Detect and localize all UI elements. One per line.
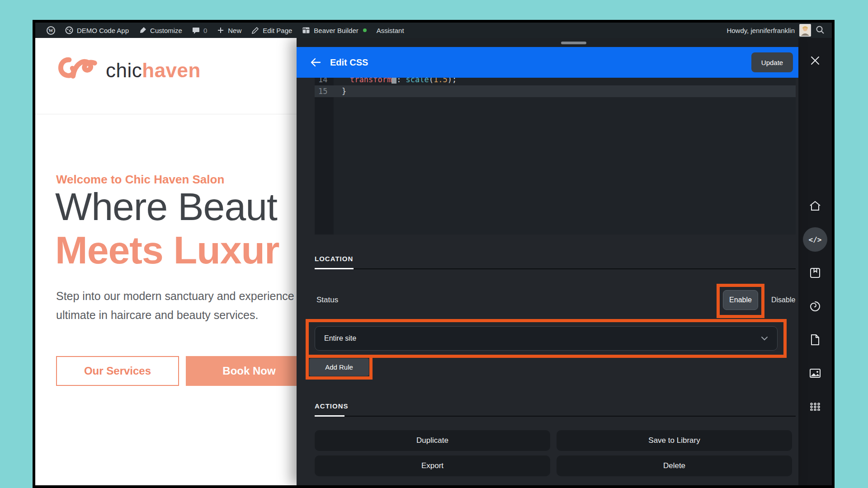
status-disable-button[interactable]: Disable <box>771 296 795 304</box>
wp-admin-bar: W DEMO Code App Customize 0 <box>35 23 832 38</box>
apps-grid-dots-icon[interactable] <box>806 398 824 416</box>
site-name-label: DEMO Code App <box>77 27 129 34</box>
beaver-builder-label: Beaver Builder <box>314 27 358 34</box>
media-image-icon[interactable] <box>806 364 824 382</box>
actions-underline <box>315 415 344 417</box>
chichaven-logo-glyph-icon <box>56 53 99 88</box>
desktop-background: W DEMO Code App Customize 0 <box>0 0 868 488</box>
edit-page-menu[interactable]: Edit Page <box>246 23 297 38</box>
chevron-down-icon <box>761 334 768 343</box>
browser-window: W DEMO Code App Customize 0 <box>33 20 835 488</box>
connections-swirl-icon[interactable] <box>806 297 824 315</box>
css-code-editor[interactable]: 14 transform: scale(1.5); 15 } <box>315 78 796 235</box>
location-heading: LOCATION <box>315 255 353 263</box>
site-logo[interactable]: chichaven <box>56 53 201 88</box>
comments-menu[interactable]: 0 <box>187 23 212 38</box>
user-avatar[interactable] <box>799 24 811 37</box>
builder-status-dot <box>363 28 367 32</box>
paintbrush-icon <box>139 27 146 34</box>
page-file-icon[interactable] <box>806 331 824 349</box>
export-button[interactable]: Export <box>315 455 550 476</box>
panel-drag-strip <box>297 38 798 47</box>
builder-tool-rail: </> <box>798 38 832 485</box>
location-divider <box>315 268 796 269</box>
status-enable-button[interactable]: Enable <box>723 290 758 310</box>
dashboard-gauge-icon <box>65 26 73 34</box>
hero-headline-line2: Meets Luxur <box>55 228 279 272</box>
hero-headline-line1: Where Beaut <box>55 184 277 229</box>
edit-page-label: Edit Page <box>263 27 292 34</box>
search-icon[interactable] <box>816 25 825 36</box>
comment-count: 0 <box>203 27 207 34</box>
assistant-label: Assistant <box>377 27 404 34</box>
book-now-button[interactable]: Book Now <box>186 356 297 386</box>
panel-title: Edit CSS <box>330 57 368 68</box>
wordpress-icon: W <box>47 26 55 35</box>
rule-select-value: Entire site <box>324 334 356 343</box>
text-cursor <box>392 78 396 84</box>
location-rule-select[interactable]: Entire site <box>315 326 778 351</box>
location-underline <box>315 268 354 269</box>
site-preview: chichaven Welcome to Chic Haven Salon Wh… <box>35 38 297 485</box>
customize-label: Customize <box>150 27 182 34</box>
edit-css-panel: Edit CSS Update 14 transform: scale(1.5)… <box>297 38 798 485</box>
hero-paragraph: Step into our modern sanctuary and exper… <box>56 286 294 324</box>
code-line-14: 14 transform: scale(1.5); <box>315 78 796 85</box>
plus-icon <box>217 27 224 34</box>
our-services-button[interactable]: Our Services <box>56 356 179 386</box>
header-divider <box>35 114 297 114</box>
beaver-builder-menu[interactable]: Beaver Builder <box>297 23 371 38</box>
pencil-icon <box>251 27 259 34</box>
add-rule-button[interactable]: Add Rule <box>309 358 369 376</box>
panel-header: Edit CSS Update <box>297 47 798 78</box>
customize-menu[interactable]: Customize <box>134 23 187 38</box>
close-icon[interactable] <box>806 52 824 70</box>
assistant-menu[interactable]: Assistant <box>372 23 409 38</box>
code-tool-icon[interactable]: </> <box>806 230 824 249</box>
status-label: Status <box>316 296 338 305</box>
logo-wordmark: chichaven <box>106 59 201 82</box>
site-name-menu[interactable]: DEMO Code App <box>60 23 134 38</box>
back-arrow-icon[interactable] <box>307 53 325 71</box>
builder-grid-icon <box>302 26 310 34</box>
wp-logo-menu[interactable]: W <box>42 23 60 38</box>
actions-divider <box>315 416 796 417</box>
home-icon[interactable] <box>806 197 824 215</box>
drag-handle[interactable] <box>561 42 586 44</box>
saved-library-icon[interactable] <box>806 264 824 282</box>
actions-button-grid: Duplicate Save to Library Export Delete <box>315 430 792 476</box>
editor-gutter <box>315 78 334 235</box>
save-to-library-button[interactable]: Save to Library <box>557 430 792 451</box>
duplicate-button[interactable]: Duplicate <box>315 430 550 451</box>
howdy-account-menu[interactable]: Howdy, jenniferfranklin <box>726 27 795 34</box>
update-button[interactable]: Update <box>751 52 793 72</box>
delete-button[interactable]: Delete <box>557 455 792 476</box>
code-line-15: 15 } <box>315 85 796 97</box>
new-menu[interactable]: New <box>212 23 246 38</box>
comment-bubble-icon <box>192 27 200 34</box>
new-label: New <box>228 27 241 34</box>
actions-heading: ACTIONS <box>315 402 349 410</box>
panel-body: 14 transform: scale(1.5); 15 } LOCATION <box>297 78 798 485</box>
